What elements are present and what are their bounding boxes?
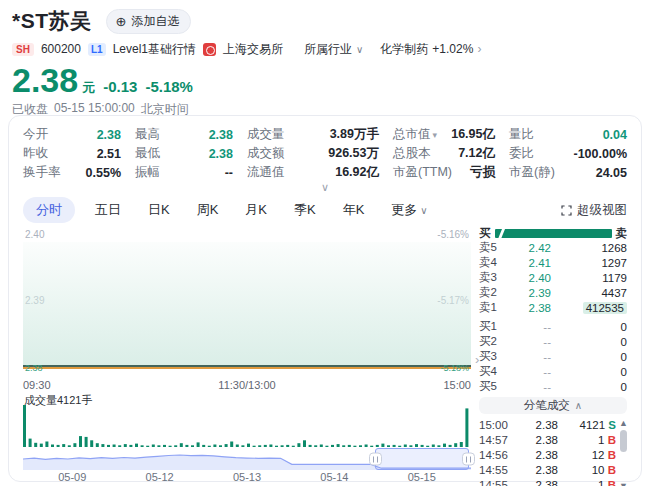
tab-more-label: 更多 bbox=[391, 201, 417, 219]
book-volume: 0 bbox=[555, 321, 627, 333]
tick-list: 15:002.384121 S14:572.381 B14:562.3812 B… bbox=[479, 417, 627, 486]
tab-weekly-k[interactable]: 周K bbox=[197, 201, 219, 219]
stat-value: 2.38 bbox=[209, 147, 233, 161]
stat-pair: 流通值16.92亿 bbox=[247, 163, 393, 182]
scrollbar-thumb[interactable] bbox=[620, 430, 627, 452]
chevron-right-icon: › bbox=[477, 42, 481, 56]
tick-side-flag: B bbox=[608, 479, 616, 486]
dropdown-triangle-icon[interactable]: ▾ bbox=[433, 130, 438, 140]
industry-dropdown-label: 所属行业 bbox=[304, 41, 352, 58]
navigator-dates: 05-0905-1205-1305-1405-15 bbox=[23, 470, 471, 485]
navigator-right-handle[interactable] bbox=[462, 453, 475, 466]
stat-value: 0.04 bbox=[603, 128, 627, 142]
book-level-label: 卖3 bbox=[479, 270, 505, 285]
stat-value: 0.55% bbox=[86, 166, 121, 180]
plus-circle-icon: ⊕ bbox=[116, 15, 127, 28]
buy-row: 买2--0 bbox=[479, 334, 627, 349]
tick-row: 14:552.3810 B bbox=[479, 462, 627, 477]
book-volume: 0 bbox=[555, 381, 627, 393]
chevron-up-icon: ∧ bbox=[575, 400, 582, 411]
book-price: -- bbox=[505, 336, 555, 348]
book-price: 2.38 bbox=[505, 302, 555, 314]
avg-price-line bbox=[23, 367, 471, 369]
book-level-label: 买3 bbox=[479, 349, 505, 364]
tab-monthly-k[interactable]: 月K bbox=[245, 201, 267, 219]
ratio-bar bbox=[495, 229, 612, 238]
stat-pair: 最低2.38 bbox=[135, 144, 247, 163]
stat-pair: 今开2.38 bbox=[23, 125, 135, 144]
minute-price-chart: 2.40 -5.16% 2.39 -5.17% 2.38 -5.18% bbox=[23, 227, 471, 377]
sell-row: 卖52.421268 bbox=[479, 240, 627, 255]
navigator-left-handle[interactable] bbox=[369, 453, 382, 466]
tick-list-header[interactable]: 分笔成交 ∧ bbox=[479, 397, 627, 414]
stat-pair: 成交量3.89万手 bbox=[247, 125, 393, 144]
buy-row: 买5--0 bbox=[479, 379, 627, 394]
exchange-name: 上海交易所 bbox=[223, 41, 283, 58]
volume-label: 成交量4121手 bbox=[24, 393, 92, 408]
chart-area[interactable]: 2.40 -5.16% 2.39 -5.17% 2.38 -5.18% 09:3… bbox=[23, 227, 471, 486]
order-book-panel: 买 卖 卖52.421268卖42.411297卖32.401179卖22.39… bbox=[479, 227, 627, 486]
book-price: -- bbox=[505, 351, 555, 363]
scroll-up-icon[interactable]: ▲ bbox=[618, 418, 629, 428]
book-level-label: 卖1 bbox=[479, 300, 505, 315]
navigator-date-label: 05-13 bbox=[233, 471, 261, 483]
stat-pair: 总市值▾16.95亿 bbox=[393, 125, 509, 144]
stat-pair: 换手率0.55% bbox=[23, 163, 135, 182]
fullscreen-corners-icon bbox=[561, 205, 572, 216]
tick-row: 14:562.3812 B bbox=[479, 447, 627, 462]
tick-row: 14:572.381 B bbox=[479, 432, 627, 447]
tab-5day[interactable]: 五日 bbox=[95, 201, 121, 219]
tab-yearly-k[interactable]: 年K bbox=[343, 201, 365, 219]
ratio-bar-notch bbox=[497, 229, 506, 238]
book-price: -- bbox=[505, 366, 555, 378]
chart-toolbar: 分时 五日 日K 周K 月K 季K 年K 更多 ∨ 超级视图 bbox=[23, 196, 627, 224]
sell-row: 卖12.38412535 bbox=[479, 300, 627, 315]
tab-quarterly-k[interactable]: 季K bbox=[294, 201, 316, 219]
price-unit: 元 bbox=[82, 79, 95, 97]
navigator-selection[interactable] bbox=[375, 448, 469, 470]
sse-logo-icon bbox=[203, 43, 216, 56]
industry-change: +1.02% bbox=[432, 42, 473, 56]
tick-volume: 4121 S bbox=[558, 419, 616, 431]
chart-and-book: 2.40 -5.16% 2.39 -5.17% 2.38 -5.18% 09:3… bbox=[23, 227, 627, 486]
stat-pair: 成交额926.53万 bbox=[247, 144, 393, 163]
level1-badge: L1 bbox=[88, 43, 106, 56]
stat-pair: 最高2.38 bbox=[135, 125, 247, 144]
add-watchlist-button[interactable]: ⊕ 添加自选 bbox=[106, 9, 192, 34]
tick-price: 2.38 bbox=[515, 419, 558, 431]
volume-chart: 成交量4121手 bbox=[23, 393, 471, 447]
industry-dropdown[interactable]: 所属行业 ∨ bbox=[304, 41, 363, 58]
scroll-down-icon[interactable]: ▼ bbox=[618, 481, 629, 486]
tab-minute[interactable]: 分时 bbox=[23, 197, 75, 223]
buy-label: 买 bbox=[479, 226, 491, 241]
book-level-label: 卖4 bbox=[479, 255, 505, 270]
navigator-date-label: 05-15 bbox=[408, 471, 436, 483]
stock-code: 600200 bbox=[41, 42, 81, 56]
tab-more[interactable]: 更多 ∨ bbox=[391, 201, 427, 219]
time-axis: 09:30 11:30/13:00 15:00 bbox=[23, 377, 471, 393]
stat-value: 7.12亿 bbox=[458, 145, 495, 162]
navigator-date-label: 05-12 bbox=[146, 471, 174, 483]
time-axis-noon: 11:30/13:00 bbox=[218, 379, 275, 391]
stat-value: 3.89万手 bbox=[330, 126, 379, 143]
book-price: 2.42 bbox=[505, 242, 555, 254]
stat-label: 流通值 bbox=[247, 164, 285, 181]
stat-value: 2.38 bbox=[97, 128, 121, 142]
stat-pair: 市盈(TTM)亏损 bbox=[393, 163, 509, 182]
tick-scrollbar[interactable]: ▲ ▼ bbox=[618, 417, 629, 486]
tab-daily-k[interactable]: 日K bbox=[148, 201, 170, 219]
book-level-label: 买4 bbox=[479, 364, 505, 379]
book-price: 2.39 bbox=[505, 287, 555, 299]
chevron-down-icon: ∨ bbox=[420, 205, 427, 216]
stat-label: 量比 bbox=[509, 126, 534, 143]
price-change: -0.13 bbox=[103, 78, 137, 95]
stats-expand-button[interactable]: ∨ bbox=[23, 182, 627, 195]
industry-link[interactable]: 化学制药 +1.02% › bbox=[380, 41, 481, 58]
tick-time: 14:56 bbox=[479, 449, 515, 461]
sell-row: 卖22.394437 bbox=[479, 285, 627, 300]
tick-row: 14:552.381 B bbox=[479, 477, 627, 486]
current-price-axis-label: 2.38 bbox=[25, 363, 43, 373]
stat-label: 市盈(静) bbox=[509, 164, 555, 181]
tick-side-flag: S bbox=[608, 419, 616, 431]
super-view-button[interactable]: 超级视图 bbox=[561, 202, 627, 219]
